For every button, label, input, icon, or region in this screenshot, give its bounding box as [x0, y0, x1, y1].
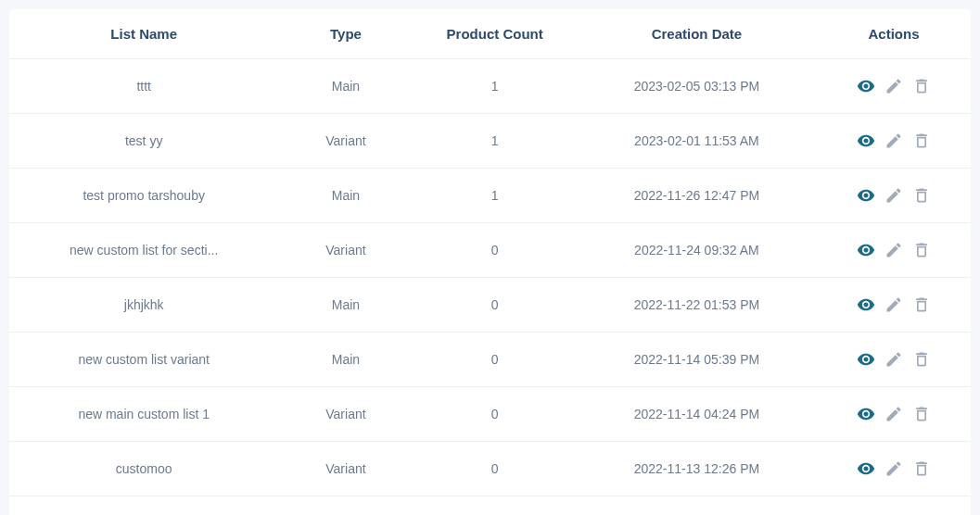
cell-product-count: 1: [414, 114, 577, 169]
eye-icon: [857, 241, 875, 259]
delete-button[interactable]: [911, 349, 932, 370]
edit-button[interactable]: [884, 458, 904, 479]
cell-type: Variant: [278, 114, 413, 169]
view-button[interactable]: [856, 295, 876, 315]
pencil-icon: [885, 132, 903, 150]
cell-product-count: 0: [414, 387, 577, 442]
delete-button[interactable]: [911, 185, 932, 206]
actions-wrapper: [828, 404, 960, 424]
edit-button[interactable]: [884, 131, 904, 151]
delete-button[interactable]: [911, 404, 932, 424]
delete-button[interactable]: [911, 76, 932, 96]
cell-creation-date: 2022-11-26 12:47 PM: [577, 169, 817, 223]
cell-list-name: test yy: [9, 114, 278, 169]
cell-creation-date: 2022-11-13 12:26 PM: [577, 442, 817, 496]
delete-button[interactable]: [911, 458, 932, 479]
cell-list-name: test promo tarshouby: [9, 169, 278, 223]
trash-icon: [912, 241, 931, 259]
cell-actions: [817, 387, 971, 442]
view-button[interactable]: [856, 131, 876, 151]
pencil-icon: [885, 405, 903, 423]
cell-list-name: tttt: [9, 59, 278, 114]
cell-product-count: 1: [414, 169, 577, 223]
actions-wrapper: [828, 131, 960, 151]
cell-product-count: 1: [414, 59, 577, 114]
cell-creation-date: 2023-02-05 03:13 PM: [577, 59, 817, 114]
cell-type: Variant: [278, 223, 413, 278]
table-row: Best ListMain12022-11-08 09:49 AM: [9, 496, 971, 516]
edit-button[interactable]: [884, 349, 904, 370]
header-actions: Actions: [817, 9, 971, 59]
actions-wrapper: [828, 240, 960, 260]
eye-icon: [857, 350, 875, 369]
delete-button[interactable]: [911, 295, 932, 315]
trash-icon: [912, 77, 931, 95]
trash-icon: [912, 186, 931, 205]
view-button[interactable]: [856, 404, 876, 424]
cell-type: Main: [278, 59, 413, 114]
cell-list-name: jkhjkhk: [9, 278, 278, 333]
trash-icon: [912, 350, 931, 369]
cell-creation-date: 2022-11-24 09:32 AM: [577, 223, 817, 278]
cell-product-count: 0: [414, 442, 577, 496]
view-button[interactable]: [856, 240, 876, 260]
actions-wrapper: [828, 349, 960, 370]
edit-button[interactable]: [884, 295, 904, 315]
eye-icon: [857, 186, 875, 205]
cell-actions: [817, 496, 971, 516]
view-button[interactable]: [856, 458, 876, 479]
cell-list-name: new custom list for secti...: [9, 223, 278, 278]
actions-wrapper: [828, 458, 960, 479]
table-row: test promo tarshoubyMain12022-11-26 12:4…: [9, 169, 971, 223]
cell-product-count: 1: [414, 496, 577, 516]
header-list-name: List Name: [9, 9, 278, 59]
view-button[interactable]: [856, 76, 876, 96]
pencil-icon: [885, 350, 903, 369]
cell-actions: [817, 223, 971, 278]
eye-icon: [857, 459, 875, 478]
table-header-row: List Name Type Product Count Creation Da…: [9, 9, 971, 59]
cell-creation-date: 2022-11-22 01:53 PM: [577, 278, 817, 333]
view-button[interactable]: [856, 185, 876, 206]
cell-product-count: 0: [414, 278, 577, 333]
header-creation-date: Creation Date: [577, 9, 817, 59]
actions-wrapper: [828, 76, 960, 96]
cell-type: Main: [278, 169, 413, 223]
cell-list-name: new custom list variant: [9, 333, 278, 387]
cell-type: Main: [278, 333, 413, 387]
lists-table-container: List Name Type Product Count Creation Da…: [9, 9, 971, 515]
edit-button[interactable]: [884, 404, 904, 424]
table-row: test yyVariant12023-02-01 11:53 AM: [9, 114, 971, 169]
delete-button[interactable]: [911, 240, 932, 260]
view-button[interactable]: [856, 349, 876, 370]
eye-icon: [857, 77, 875, 95]
cell-actions: [817, 333, 971, 387]
actions-wrapper: [828, 295, 960, 315]
cell-list-name: customoo: [9, 442, 278, 496]
cell-type: Main: [278, 496, 413, 516]
cell-product-count: 0: [414, 223, 577, 278]
table-row: customooVariant02022-11-13 12:26 PM: [9, 442, 971, 496]
pencil-icon: [885, 295, 903, 314]
eye-icon: [857, 132, 875, 150]
cell-actions: [817, 59, 971, 114]
edit-button[interactable]: [884, 185, 904, 206]
cell-type: Main: [278, 278, 413, 333]
cell-list-name: Best List: [9, 496, 278, 516]
trash-icon: [912, 459, 931, 478]
trash-icon: [912, 295, 931, 314]
cell-product-count: 0: [414, 333, 577, 387]
pencil-icon: [885, 459, 903, 478]
eye-icon: [857, 405, 875, 423]
header-type: Type: [278, 9, 413, 59]
table-row: new custom list for secti...Variant02022…: [9, 223, 971, 278]
delete-button[interactable]: [911, 131, 932, 151]
edit-button[interactable]: [884, 240, 904, 260]
edit-button[interactable]: [884, 76, 904, 96]
cell-creation-date: 2022-11-14 05:39 PM: [577, 333, 817, 387]
table-row: new main custom list 1Variant02022-11-14…: [9, 387, 971, 442]
cell-creation-date: 2023-02-01 11:53 AM: [577, 114, 817, 169]
table-row: new custom list variantMain02022-11-14 0…: [9, 333, 971, 387]
cell-type: Variant: [278, 387, 413, 442]
cell-creation-date: 2022-11-14 04:24 PM: [577, 387, 817, 442]
